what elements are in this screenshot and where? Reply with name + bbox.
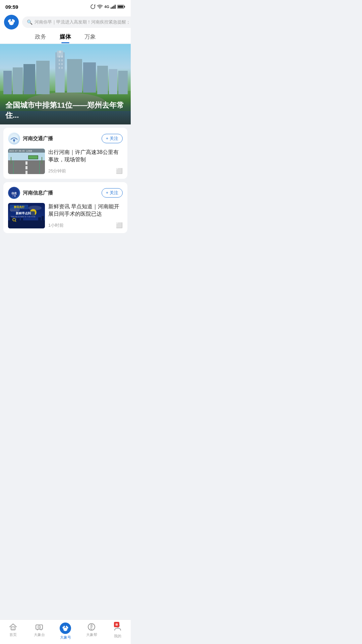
svg-rect-6	[118, 6, 123, 8]
svg-rect-14	[3, 71, 12, 94]
svg-rect-48	[29, 156, 38, 159]
svg-text:2023-07 08:05 山东路: 2023-07 08:05 山东路	[9, 150, 32, 152]
svg-rect-1	[112, 7, 113, 9]
news-image-road: 2023-07 08:05 山东路	[8, 149, 45, 174]
svg-rect-73	[12, 628, 14, 630]
svg-point-82	[64, 626, 65, 627]
svg-rect-63	[38, 217, 41, 220]
nav-tv[interactable]: 大象台	[26, 623, 52, 640]
info-radio-logo: 信息 广播	[9, 188, 19, 198]
badge-book-icon	[115, 623, 118, 626]
news-meta-1: 25分钟前 ⬜	[48, 168, 123, 174]
news-thumb-1: 2023-07 08:05 山东路	[8, 149, 45, 174]
nav-help[interactable]: 大象帮	[78, 623, 105, 640]
svg-rect-17	[36, 61, 50, 94]
svg-rect-20	[59, 51, 61, 53]
channel-avatar-info: 信息 广播	[8, 187, 20, 199]
nav-help-label: 大象帮	[86, 632, 97, 637]
svg-text:广播: 广播	[12, 195, 16, 197]
follow-button-1[interactable]: + 关注	[102, 134, 123, 143]
svg-rect-64	[42, 216, 44, 220]
news-content-2: 新鲜资讯 早点知道｜河南能开展日间手术的医院已达 1小时前 ⬜	[48, 203, 123, 228]
tab-bar: 政务 媒体 万象	[0, 30, 131, 43]
header: 🔍 河南你早｜甲流进入高发期！河南疾控紧急提醒；...	[0, 12, 131, 30]
app-logo[interactable]	[4, 15, 19, 30]
svg-rect-31	[61, 63, 63, 65]
svg-rect-26	[59, 56, 60, 58]
svg-rect-3	[115, 5, 116, 9]
svg-point-10	[9, 19, 11, 21]
channel-avatar-traffic	[8, 132, 20, 145]
content-area: 河南交通广播 + 关注	[0, 124, 131, 233]
svg-text:信息: 信息	[11, 192, 17, 195]
svg-rect-16	[23, 64, 35, 94]
tv-icon	[35, 623, 44, 631]
svg-point-11	[12, 19, 14, 21]
nav-daxianghao-label: 大象号	[60, 635, 71, 640]
nav-my[interactable]: 我的	[105, 623, 131, 640]
svg-rect-21	[67, 59, 82, 93]
channel-card-info: 信息 广播 河南信息广播 + 关注	[3, 182, 127, 233]
svg-rect-46	[42, 157, 42, 164]
svg-rect-28	[59, 59, 60, 61]
news-item-2[interactable]: 资讯先行 新鲜早点到 FM105.6 FM97.8 7:00-8:00 新鲜资讯…	[8, 203, 123, 228]
svg-point-83	[66, 626, 67, 627]
news-title-2: 新鲜资讯 早点知道｜河南能开展日间手术的医院已达	[48, 203, 123, 218]
tab-zhengwu[interactable]: 政务	[35, 33, 46, 43]
news-item-1[interactable]: 2023-07 08:05 山东路 出行河南｜许广高速38公里有事故，现场管制 …	[8, 149, 123, 174]
svg-rect-45	[11, 157, 11, 164]
svg-rect-88	[116, 624, 118, 626]
nav-daxianghao[interactable]: 大象号	[52, 623, 78, 640]
svg-point-85	[91, 625, 92, 626]
wifi-icon	[97, 4, 103, 9]
battery-icon	[117, 5, 125, 9]
svg-rect-58	[8, 220, 45, 228]
follow-button-2[interactable]: + 关注	[102, 188, 123, 198]
more-icon-2[interactable]: ⬜	[116, 222, 123, 228]
channel-name-1: 河南交通广播	[23, 136, 53, 142]
rotate-icon	[90, 4, 96, 9]
news-time-1: 25分钟前	[48, 168, 66, 174]
hero-banner[interactable]: 全国城市中排第11位——郑州去年常住...	[0, 44, 131, 124]
paw-logo-icon	[7, 18, 16, 26]
nav-home[interactable]: 首页	[0, 623, 26, 640]
svg-rect-24	[109, 69, 117, 94]
svg-rect-33	[61, 67, 63, 69]
nav-paw-circle	[60, 623, 71, 634]
bottom-nav: 首页 大象台 大象号	[0, 620, 131, 644]
svg-rect-18	[55, 52, 65, 93]
svg-rect-29	[61, 59, 63, 61]
tab-meiti[interactable]: 媒体	[60, 33, 71, 43]
svg-rect-43	[13, 160, 14, 174]
svg-rect-32	[59, 67, 60, 69]
status-icons: 4G	[90, 4, 125, 9]
status-bar: 09:59 4G	[0, 0, 131, 12]
news-image-morning: 资讯先行 新鲜早点到 FM105.6 FM97.8 7:00-8:00	[8, 203, 45, 228]
svg-rect-30	[59, 63, 60, 65]
search-bar[interactable]: 🔍 河南你早｜甲流进入高发期！河南疾控紧急提醒；...	[22, 16, 131, 28]
svg-rect-23	[97, 66, 108, 94]
traffic-radio-logo	[9, 133, 19, 144]
channel-name-2: 河南信息广播	[23, 190, 53, 196]
more-icon-1[interactable]: ⬜	[116, 168, 123, 174]
news-meta-2: 1小时前 ⬜	[48, 222, 123, 228]
hero-caption: 全国城市中排第11位——郑州去年常住...	[0, 94, 131, 124]
channel-info-1: 河南交通广播	[8, 132, 53, 145]
svg-rect-42	[25, 171, 27, 174]
channel-info-2: 信息 广播 河南信息广播	[8, 187, 53, 199]
svg-rect-0	[111, 7, 112, 9]
svg-rect-36	[14, 140, 14, 142]
nav-my-label: 我的	[114, 634, 121, 639]
nav-home-label: 首页	[9, 632, 17, 637]
svg-rect-27	[61, 56, 63, 58]
notification-badge	[114, 622, 119, 627]
status-time: 09:59	[5, 4, 18, 10]
signal-icon	[111, 5, 116, 9]
search-icon: 🔍	[27, 19, 33, 25]
svg-rect-25	[118, 71, 128, 94]
tab-wanxiang[interactable]: 万象	[84, 33, 96, 43]
svg-rect-40	[25, 161, 27, 165]
svg-text:FM105.6 FM97.8  7:00-8:00: FM105.6 FM97.8 7:00-8:00	[11, 216, 36, 218]
svg-rect-44	[39, 160, 40, 174]
svg-rect-15	[13, 67, 23, 94]
